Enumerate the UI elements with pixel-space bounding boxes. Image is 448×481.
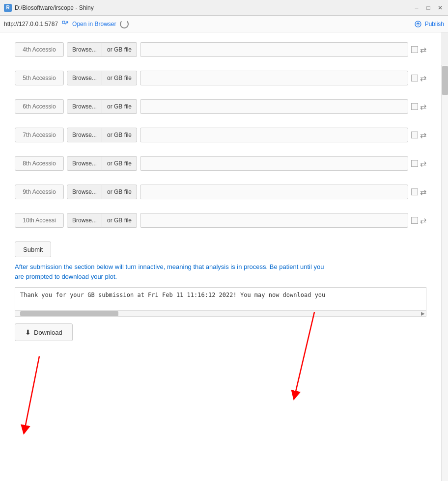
- swap-arrows-icon-1[interactable]: ⇄: [420, 45, 426, 54]
- accession-label-7: 10th Accessi: [15, 213, 64, 228]
- checkbox-area-1: ⇄: [411, 45, 426, 54]
- output-area: Thank you for your GB submission at Fri …: [15, 287, 426, 317]
- url-display: http://127.0.0.1:5787: [4, 21, 58, 27]
- accession-row-7: 10th Accessi Browse... or GB file ⇄: [15, 213, 426, 228]
- browse-button-3[interactable]: Browse...: [67, 99, 102, 114]
- app-icon: R: [4, 4, 12, 12]
- file-input-group-3: Browse... or GB file: [67, 99, 137, 114]
- accession-checkbox-3[interactable]: [411, 103, 418, 110]
- scroll-thumb: [20, 311, 118, 316]
- title-bar: R D:/Biosoftware/irscope - Shiny – □ ✕: [0, 0, 448, 16]
- accession-label-6: 9th Accessio: [15, 185, 64, 199]
- accession-text-input-2[interactable]: [140, 71, 408, 85]
- submit-button[interactable]: Submit: [15, 241, 51, 257]
- arrow-annotation-1: [0, 351, 59, 440]
- output-scrollbar[interactable]: ▶: [15, 310, 426, 316]
- swap-arrows-icon-4[interactable]: ⇄: [420, 131, 426, 140]
- swap-arrows-icon-2[interactable]: ⇄: [420, 74, 426, 83]
- accession-text-input-7[interactable]: [140, 213, 408, 228]
- or-gb-file-button-3[interactable]: or GB file: [102, 99, 137, 114]
- accession-row-6: 9th Accessio Browse... or GB file ⇄: [15, 185, 426, 199]
- checkbox-area-5: ⇄: [411, 159, 426, 168]
- accession-checkbox-7[interactable]: [411, 217, 418, 224]
- swap-arrows-icon-3[interactable]: ⇄: [420, 102, 426, 111]
- or-gb-file-button-5[interactable]: or GB file: [102, 156, 137, 171]
- accession-label-2: 5th Accessio: [15, 71, 64, 85]
- accession-text-input-5[interactable]: [140, 156, 408, 171]
- svg-rect-0: [62, 21, 65, 24]
- or-gb-file-button-6[interactable]: or GB file: [102, 185, 137, 199]
- file-input-group-6: Browse... or GB file: [67, 185, 137, 199]
- scrollbar-thumb[interactable]: [442, 66, 448, 95]
- accession-text-input-6[interactable]: [140, 185, 408, 199]
- checkbox-area-3: ⇄: [411, 102, 426, 111]
- or-gb-file-button-4[interactable]: or GB file: [102, 128, 137, 142]
- window-controls: – □ ✕: [413, 4, 444, 12]
- accession-row-3: 6th Accessio Browse... or GB file ⇄: [15, 99, 426, 114]
- scroll-right-arrow: ▶: [421, 311, 425, 316]
- download-label: Download: [34, 329, 62, 336]
- browse-button-5[interactable]: Browse...: [67, 156, 102, 171]
- file-input-group-5: Browse... or GB file: [67, 156, 137, 171]
- checkbox-area-4: ⇄: [411, 131, 426, 140]
- browse-button-2[interactable]: Browse...: [67, 71, 102, 85]
- minimize-button[interactable]: –: [413, 4, 420, 12]
- address-bar: http://127.0.0.1:5787 Open in Browser Pu…: [0, 16, 448, 32]
- accession-text-input-3[interactable]: [140, 99, 408, 114]
- swap-arrows-icon-7[interactable]: ⇄: [420, 216, 426, 225]
- scrollbar-track[interactable]: [441, 65, 448, 481]
- accession-checkbox-6[interactable]: [411, 188, 418, 195]
- maximize-button[interactable]: □: [424, 4, 432, 12]
- file-input-group-4: Browse... or GB file: [67, 128, 137, 142]
- swap-arrows-icon-5[interactable]: ⇄: [420, 159, 426, 168]
- or-gb-file-button-7[interactable]: or GB file: [102, 213, 137, 228]
- browse-button-6[interactable]: Browse...: [67, 185, 102, 199]
- download-button[interactable]: ⬇ Download: [15, 323, 73, 341]
- accession-checkbox-2[interactable]: [411, 75, 418, 81]
- info-text: After submission the section below will …: [15, 262, 334, 281]
- accession-row-2: 5th Accessio Browse... or GB file ⇄: [15, 71, 426, 85]
- checkbox-area-7: ⇄: [411, 216, 426, 225]
- checkbox-area-2: ⇄: [411, 74, 426, 83]
- browse-button-4[interactable]: Browse...: [67, 128, 102, 142]
- submit-section: Submit After submission the section belo…: [15, 241, 426, 341]
- accession-text-input-4[interactable]: [140, 128, 408, 142]
- file-input-group-2: Browse... or GB file: [67, 71, 137, 85]
- browse-button-1[interactable]: Browse...: [67, 42, 102, 57]
- open-in-browser-button[interactable]: Open in Browser: [62, 21, 116, 27]
- or-gb-file-button-2[interactable]: or GB file: [102, 71, 137, 85]
- refresh-icon[interactable]: [120, 20, 129, 28]
- main-content: 4th Accessio Browse... or GB file ⇄ 5th …: [0, 32, 441, 481]
- accession-row-5: 8th Accessio Browse... or GB file ⇄: [15, 156, 426, 171]
- accession-checkbox-5[interactable]: [411, 160, 418, 167]
- publish-button[interactable]: Publish: [415, 21, 444, 27]
- accession-checkbox-1[interactable]: [411, 46, 418, 53]
- swap-arrows-icon-6[interactable]: ⇄: [420, 187, 426, 197]
- accession-row-4: 7th Accessio Browse... or GB file ⇄: [15, 128, 426, 142]
- output-text: Thank you for your GB submission at Fri …: [15, 288, 426, 302]
- accession-checkbox-4[interactable]: [411, 132, 418, 138]
- download-icon: ⬇: [25, 328, 31, 336]
- window-title: D:/Biosoftware/irscope - Shiny: [15, 4, 413, 11]
- browse-button-7[interactable]: Browse...: [67, 213, 102, 228]
- accession-label-4: 7th Accessio: [15, 128, 64, 142]
- checkbox-area-6: ⇄: [411, 187, 426, 197]
- accession-label-1: 4th Accessio: [15, 42, 64, 57]
- accession-row-1: 4th Accessio Browse... or GB file ⇄: [15, 42, 426, 57]
- accession-label-5: 8th Accessio: [15, 156, 64, 171]
- accession-rows-container: 4th Accessio Browse... or GB file ⇄ 5th …: [15, 42, 426, 228]
- accession-text-input-1[interactable]: [140, 42, 408, 57]
- close-button[interactable]: ✕: [436, 4, 444, 12]
- or-gb-file-button-1[interactable]: or GB file: [102, 42, 137, 57]
- file-input-group-7: Browse... or GB file: [67, 213, 137, 228]
- accession-label-3: 6th Accessio: [15, 99, 64, 114]
- file-input-group-1: Browse... or GB file: [67, 42, 137, 57]
